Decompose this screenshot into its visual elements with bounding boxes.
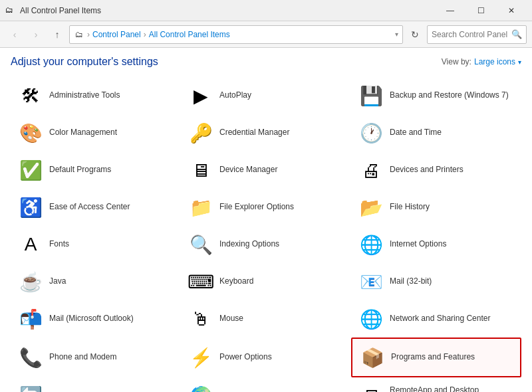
item-label: Indexing Options [219, 239, 279, 250]
item-label: Network and Sharing Center [390, 314, 490, 324]
item-label: Date and Time [390, 128, 442, 138]
item-icon: 💾 [358, 82, 384, 109]
grid-item[interactable]: ☕Java [11, 263, 181, 300]
item-icon: 🌐 [358, 231, 384, 258]
search-input[interactable] [432, 30, 509, 39]
grid-item[interactable]: 📂File History [351, 189, 521, 226]
item-label: RemoteApp and Desktop Connections [390, 385, 515, 392]
minimize-button[interactable]: — [435, 0, 466, 21]
grid-item[interactable]: ♿Ease of Access Center [11, 189, 181, 226]
item-label: File History [390, 202, 430, 213]
view-by-control: View by: Large icons ▾ [442, 57, 521, 66]
title-bar-icon: 🗂 [5, 5, 16, 16]
grid-item[interactable]: 🌐Network and Sharing Center [351, 300, 521, 338]
items-grid: 🛠Administrative Tools▶AutoPlay💾Backup an… [11, 77, 521, 392]
item-icon: 📂 [358, 194, 384, 221]
item-label: Java [49, 276, 66, 287]
item-icon: 🔄 [17, 383, 44, 392]
grid-item[interactable]: 🖥Device Manager [181, 151, 351, 189]
grid-item[interactable]: 🌍Region [181, 377, 351, 392]
item-icon: 🖨 [358, 157, 384, 183]
grid-item[interactable]: 📞Phone and Modem [11, 338, 181, 377]
item-icon: 📁 [188, 194, 214, 221]
item-icon: 📦 [359, 344, 386, 371]
item-icon: ♿ [17, 194, 44, 221]
address-path: 🗂 › Control Panel › All Control Panel It… [69, 25, 403, 44]
item-label: Mail (32-bit) [390, 276, 432, 287]
grid-item[interactable]: 🎨Color Management [11, 114, 181, 151]
main-area: Adjust your computer's settings View by:… [0, 48, 532, 392]
grid-item[interactable]: ▶AutoPlay [181, 77, 351, 114]
grid-item[interactable]: ⌨Keyboard [181, 263, 351, 300]
grid-item[interactable]: 💾Backup and Restore (Windows 7) [351, 77, 521, 114]
grid-item[interactable]: 🔄Recovery [11, 377, 181, 392]
grid-item[interactable]: 🔍Indexing Options [181, 226, 351, 263]
search-icon: 🔍 [511, 29, 522, 39]
item-icon: A [17, 231, 44, 258]
item-label: AutoPlay [219, 90, 251, 101]
item-label: Default Programs [49, 165, 111, 175]
item-label: Mail (Microsoft Outlook) [49, 314, 134, 324]
title-bar-controls: — ☐ ✕ [435, 0, 527, 21]
refresh-button[interactable]: ↻ [406, 25, 424, 44]
search-box[interactable]: 🔍 [427, 25, 527, 44]
item-label: Credential Manager [219, 128, 289, 138]
item-label: Backup and Restore (Windows 7) [390, 90, 509, 101]
item-icon: 📞 [17, 344, 44, 371]
grid-item[interactable]: 🖥RemoteApp and Desktop Connections [351, 377, 521, 392]
maximize-button[interactable]: ☐ [466, 0, 496, 21]
grid-item[interactable]: ✅Default Programs [11, 151, 181, 189]
item-icon: 🔍 [188, 231, 214, 258]
address-chevron-icon[interactable]: ▾ [395, 31, 398, 38]
item-label: Programs and Features [391, 352, 475, 363]
page-title: Adjust your computer's settings [11, 56, 158, 68]
item-icon: 🎨 [17, 120, 44, 146]
path-all-items[interactable]: All Control Panel Items [149, 30, 230, 39]
grid-item[interactable]: 📁File Explorer Options [181, 189, 351, 226]
item-icon: 📬 [17, 306, 44, 332]
grid-item[interactable]: 🖨Devices and Printers [351, 151, 521, 189]
item-label: Phone and Modem [49, 352, 116, 363]
grid-item[interactable]: 🔑Credential Manager [181, 114, 351, 151]
close-button[interactable]: ✕ [496, 0, 527, 21]
forward-button[interactable]: › [27, 25, 45, 44]
title-bar-text: All Control Panel Items [20, 6, 435, 15]
grid-item[interactable]: 📦Programs and Features [351, 338, 521, 377]
item-label: Ease of Access Center [49, 202, 130, 213]
grid-item[interactable]: 🕐Date and Time [351, 114, 521, 151]
content-area: Adjust your computer's settings View by:… [0, 48, 532, 392]
grid-item[interactable]: 🖱Mouse [181, 300, 351, 338]
item-icon: 🖥 [188, 157, 214, 183]
item-icon: ✅ [17, 157, 44, 183]
item-icon: ⚡ [188, 344, 214, 371]
view-by-value[interactable]: Large icons [474, 57, 515, 66]
view-by-arrow-icon[interactable]: ▾ [518, 58, 521, 66]
item-label: Mouse [219, 314, 243, 324]
grid-item[interactable]: 🌐Internet Options [351, 226, 521, 263]
item-icon: ☕ [17, 268, 44, 295]
grid-item[interactable]: 📧Mail (32-bit) [351, 263, 521, 300]
back-button[interactable]: ‹ [5, 25, 24, 44]
item-icon: 🔑 [188, 120, 214, 146]
item-icon: ⌨ [188, 268, 214, 295]
item-icon: 🛠 [17, 82, 44, 109]
grid-item[interactable]: ⚡Power Options [181, 338, 351, 377]
grid-item[interactable]: AFonts [11, 226, 181, 263]
view-by-label: View by: [442, 57, 471, 66]
item-icon: 🖱 [188, 306, 214, 332]
item-label: Internet Options [390, 239, 446, 250]
content-header: Adjust your computer's settings View by:… [11, 56, 521, 68]
grid-item[interactable]: 📬Mail (Microsoft Outlook) [11, 300, 181, 338]
title-bar: 🗂 All Control Panel Items — ☐ ✕ [0, 0, 532, 21]
item-icon: 🌐 [358, 306, 384, 332]
grid-item[interactable]: 🛠Administrative Tools [11, 77, 181, 114]
item-label: Devices and Printers [390, 165, 464, 175]
item-icon: 🕐 [358, 120, 384, 146]
item-label: Color Management [49, 128, 117, 138]
item-icon: ▶ [188, 82, 214, 109]
path-control-panel[interactable]: Control Panel [92, 30, 141, 39]
item-label: Administrative Tools [49, 90, 120, 101]
path-icon: 🗂 [74, 29, 84, 40]
item-icon: 🖥 [358, 383, 384, 392]
up-button[interactable]: ↑ [48, 25, 66, 44]
